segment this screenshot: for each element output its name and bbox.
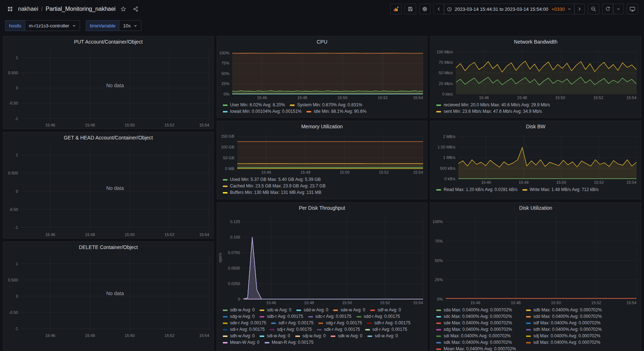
legend-item[interactable]: User Min: 6.02% Avg: 8.20% <box>223 102 285 108</box>
legend-label: Read Max: 1.20 kB/s Avg: 0.0281 kB/s <box>444 187 517 193</box>
legend-label: sdd-w Avg: 0 <box>304 307 328 313</box>
time-range-picker[interactable]: 2023-03-14 15:44:31 to 2023-03-14 15:54:… <box>444 4 574 14</box>
legend-item[interactable]: sdg-w Avg: 0 <box>223 314 255 320</box>
legend-label: Buffers Min: 130 MB Max: 131 MB Avg: 131… <box>230 190 322 196</box>
apps-grid-icon[interactable] <box>6 5 14 13</box>
network-bandwidth-chart[interactable]: 15:4615:4815:5015:5215:540 kb/s25 Mb/s50… <box>431 47 641 101</box>
legend-item[interactable]: sdc-w Avg: 0 <box>260 307 291 313</box>
legend-item[interactable]: recieved Min: 20.0 Mb/s Max: 40.6 Mb/s A… <box>436 102 637 108</box>
legend-item[interactable]: sdk-w Avg: 0 <box>331 333 362 339</box>
svg-text:15:50: 15:50 <box>551 301 561 305</box>
legend-item[interactable]: sdf-r Avg: 0.00175 <box>271 320 313 326</box>
legend-swatch <box>436 316 441 317</box>
breadcrumb-org[interactable]: nakhaei <box>18 6 38 12</box>
legend-item[interactable]: sent Min: 23.6 Mb/s Max: 47.6 Mb/s Avg: … <box>436 108 637 115</box>
legend-item[interactable]: Mean-W Avg: 0 <box>223 339 260 346</box>
panel-title[interactable]: Disk Utilization <box>431 203 641 213</box>
legend-item[interactable]: sde-r Avg: 0.00175 <box>223 320 266 326</box>
legend-item[interactable]: sdf-w Avg: 0 <box>370 307 401 313</box>
svg-text:0.0250: 0.0250 <box>228 281 240 286</box>
legend-item[interactable]: sdc Max: 0.0400% Avg: 0.000702% <box>436 314 516 320</box>
legend-item[interactable]: System Min: 0.670% Avg: 0.831% <box>290 102 362 108</box>
legend-item[interactable]: sdd Max: 0.0400% Avg: 0.000702% <box>526 314 602 320</box>
disk-bw-chart[interactable]: 15:4615:4815:5015:5215:540 kB/s500 kB/s1… <box>431 132 641 186</box>
breadcrumb-dashboard[interactable]: Partial_Monitoring_nakhaei <box>46 6 116 12</box>
delete-chart[interactable]: 15:4615:4815:5015:5215:5410.5000-0.50-1N… <box>3 253 213 339</box>
legend-item[interactable]: sde-w Avg: 0 <box>333 307 365 313</box>
legend-item[interactable]: sdh-w Avg: 0 <box>223 333 255 339</box>
legend-item[interactable]: sdj Max: 0.0400% Avg: 0.000702% <box>526 333 602 339</box>
panel-title[interactable]: GET & HEAD Account/Container/Object <box>3 132 213 143</box>
svg-text:15:54: 15:54 <box>627 95 637 100</box>
legend-item[interactable]: Mean-R Avg: 0.00175 <box>265 339 314 346</box>
legend-item[interactable]: sdj-r Avg: 0.00175 <box>270 326 312 333</box>
panel-title[interactable]: Disk BW <box>431 121 641 132</box>
panel-title[interactable]: Per Disk Throughput <box>217 203 427 213</box>
legend-item[interactable]: Used Min: 5.37 GB Max: 5.40 GB Avg: 5.39… <box>223 177 424 183</box>
refresh-button[interactable] <box>602 4 613 14</box>
legend-item[interactable]: sdb-r Avg: 0.00175 <box>260 314 303 320</box>
kiosk-mode-button[interactable] <box>627 4 638 14</box>
time-shift-forward-button[interactable] <box>574 4 585 14</box>
legend-item[interactable]: sdg Max: 0.0400% Avg: 0.000702% <box>436 326 516 333</box>
per-disk-throughput-chart[interactable]: 15:4615:4815:5015:5215:5400.02500.05000.… <box>217 213 427 306</box>
panel-title[interactable]: Memory Utilization <box>217 121 427 132</box>
legend-swatch <box>223 105 228 106</box>
get-head-chart[interactable]: 15:4615:4815:5015:5215:5410.5000-0.50-1N… <box>3 143 213 238</box>
legend-item[interactable]: Read Max: 1.20 kB/s Avg: 0.0281 kB/s <box>436 187 517 193</box>
legend-item[interactable]: sdb-w Avg: 0 <box>223 307 255 313</box>
dashboard-settings-button[interactable] <box>419 4 431 14</box>
legend-item[interactable]: idle Min: 88.1% Avg: 90.6% <box>306 108 366 115</box>
legend-item[interactable]: sdl Max: 0.0400% Avg: 0.000702% <box>526 339 602 346</box>
refresh-interval-dropdown[interactable] <box>613 4 624 14</box>
panel-per-disk-throughput: Per Disk Throughput 15:4615:4815:5015:52… <box>217 202 428 351</box>
legend-item[interactable]: Buffers Min: 130 MB Max: 131 MB Avg: 131… <box>223 190 424 196</box>
legend-item[interactable]: sdg-r Avg: 0.00175 <box>318 320 362 326</box>
legend-swatch <box>223 323 228 324</box>
variable-value-dropdown[interactable]: m-r1z1s3-controller <box>25 20 80 31</box>
memory-chart[interactable]: 15:4615:4815:5015:5215:540 MB50 GB100 GB… <box>217 132 427 176</box>
refresh-group <box>602 4 624 14</box>
zoom-out-time-button[interactable] <box>588 4 599 14</box>
legend-item[interactable]: sdi Max: 0.0400% Avg: 0.000702% <box>436 333 516 339</box>
share-icon[interactable] <box>131 5 140 13</box>
legend-item[interactable]: sdd-w Avg: 0 <box>296 307 328 313</box>
legend-item[interactable]: sdl-r Avg: 0.00175 <box>365 326 407 333</box>
legend-item[interactable]: sdk-r Avg: 0.00175 <box>317 326 360 333</box>
star-icon[interactable] <box>119 5 128 13</box>
legend-item[interactable]: Cached Min: 23.5 GB Max: 23.9 GB Avg: 23… <box>223 183 424 189</box>
legend-item[interactable]: sdh Max: 0.0400% Avg: 0.000702% <box>526 326 602 333</box>
save-dashboard-button[interactable] <box>405 4 416 14</box>
panel-title[interactable]: CPU <box>217 36 427 47</box>
disk-utilization-chart[interactable]: 15:4615:4815:5015:5215:540%25%50%75%100% <box>431 213 641 306</box>
legend-swatch <box>223 329 228 330</box>
panel-title[interactable]: DELETE Container/Object <box>3 242 213 253</box>
legend-item[interactable]: sdh-r Avg: 0.00175 <box>367 320 411 326</box>
svg-text:50%: 50% <box>435 258 443 263</box>
legend-item[interactable]: sdi-r Avg: 0.00175 <box>223 326 265 333</box>
time-navigation-group: 2023-03-14 15:44:31 to 2023-03-14 15:54:… <box>433 4 585 14</box>
panel-title[interactable]: PUT Account/Container/Object <box>3 36 213 47</box>
legend-item[interactable]: Iowait Min: 0.00104% Avg: 0.00151% <box>223 108 302 115</box>
legend-item[interactable]: Mean Max: 0.0400% Avg: 0.000702% <box>436 346 516 351</box>
legend-item[interactable]: sdl-w Avg: 0 <box>367 333 398 339</box>
legend-item[interactable]: sdc-r Avg: 0.00175 <box>308 314 352 320</box>
legend-item[interactable]: sda Max: 0.0400% Avg: 0.000702% <box>436 307 516 313</box>
legend-item[interactable]: Write Max: 1.48 MB/s Avg: 712 kB/s <box>522 187 599 193</box>
legend-swatch <box>436 323 441 324</box>
legend-item[interactable]: sdi-w Avg: 0 <box>260 333 290 339</box>
legend-item[interactable]: sde Max: 0.0400% Avg: 0.000702% <box>436 320 516 326</box>
legend-item[interactable]: sdj-w Avg: 0 <box>295 333 326 339</box>
put-chart[interactable]: 15:4615:4815:5015:5215:5410.5000-0.50-1N… <box>3 47 213 129</box>
panel-title[interactable]: Network Bandwidth <box>431 36 641 47</box>
legend-item[interactable]: sdk Max: 0.0400% Avg: 0.000702% <box>436 339 516 346</box>
add-panel-button[interactable] <box>390 4 402 14</box>
monitor-icon <box>630 6 635 12</box>
legend-swatch <box>260 336 264 337</box>
legend-item[interactable]: sdf Max: 0.0400% Avg: 0.000702% <box>526 320 602 326</box>
time-shift-back-button[interactable] <box>433 4 444 14</box>
legend-item[interactable]: sdd-r Avg: 0.00175 <box>357 314 400 320</box>
cpu-chart[interactable]: 15:4615:4815:5015:5215:540%25%50%75%100% <box>217 47 427 101</box>
legend-item[interactable]: sdb Max: 0.0400% Avg: 0.000702% <box>526 307 602 313</box>
variable-value-dropdown[interactable]: 10s <box>119 20 141 31</box>
